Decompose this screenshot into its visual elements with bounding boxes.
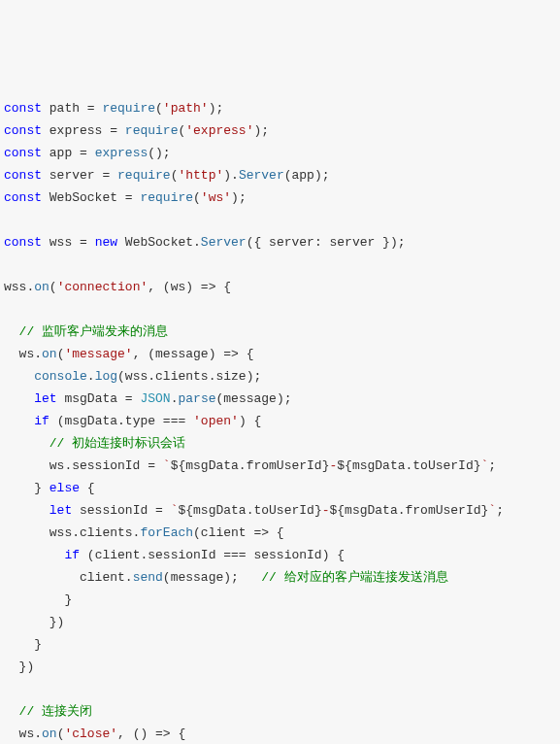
code-token: 'open'	[193, 414, 239, 428]
code-line: console.log(wss.clients.size);	[4, 365, 556, 388]
code-token: JSON	[140, 391, 170, 406]
code-snippet: const path = require('path');const expre…	[4, 97, 556, 744]
code-token: , () => {	[117, 727, 185, 741]
code-token: if	[64, 548, 80, 562]
code-token: forEach	[140, 525, 193, 540]
code-token: (client.sessionId === sessionId) {	[80, 548, 345, 562]
code-token: );	[209, 101, 224, 116]
code-token: ws.	[4, 347, 42, 361]
code-line: let msgData = JSON.parse(message);	[4, 388, 556, 410]
code-token: wss.	[4, 280, 34, 294]
code-line: wss.clients.forEach(client => {	[4, 522, 556, 544]
code-token	[4, 548, 64, 562]
code-token: wss.clients.	[4, 525, 140, 540]
code-token: require	[140, 190, 193, 205]
code-token: log	[95, 369, 117, 384]
code-token	[4, 704, 19, 719]
code-token: let	[34, 391, 56, 406]
code-token: (	[193, 190, 201, 205]
code-token: ${msgData.toUserId}	[178, 503, 321, 518]
code-token: path =	[42, 101, 102, 116]
code-token	[4, 324, 19, 339]
code-token: console	[34, 369, 87, 384]
code-line: // 监听客户端发来的消息	[4, 321, 556, 343]
code-line	[4, 298, 556, 321]
code-token: sessionId =	[72, 503, 170, 518]
code-token: ) {	[239, 414, 261, 428]
code-line	[4, 678, 556, 700]
code-token: 'close'	[64, 727, 117, 741]
code-token: new	[95, 235, 117, 250]
code-token: `	[163, 458, 171, 473]
code-token: })	[4, 615, 64, 629]
code-token: }	[4, 481, 49, 495]
code-line: if (msgData.type === 'open') {	[4, 410, 556, 432]
code-token: 'http'	[178, 168, 223, 183]
code-token: msgData =	[57, 391, 141, 406]
code-token: server =	[42, 168, 117, 183]
code-line: const path = require('path');	[4, 97, 556, 119]
code-token	[4, 391, 34, 406]
code-token: ${msgData.fromUserId}	[330, 503, 489, 518]
code-token: 'connection'	[57, 280, 148, 294]
code-token: ;	[488, 458, 496, 473]
code-token: 'path'	[163, 101, 209, 116]
code-token	[4, 503, 49, 518]
code-token: 'express'	[185, 123, 253, 138]
code-token	[4, 436, 49, 451]
code-token: if	[34, 414, 49, 428]
code-token: const	[4, 168, 42, 183]
code-token: // 连接关闭	[19, 704, 92, 719]
code-token: , (ws) => {	[148, 280, 231, 294]
code-token: parse	[178, 391, 215, 406]
code-token: ).	[223, 168, 239, 183]
code-token: (app);	[284, 168, 330, 183]
code-token: // 监听客户端发来的消息	[19, 324, 168, 339]
code-token: on	[42, 727, 57, 741]
code-line: }	[4, 589, 556, 611]
code-line: const WebSocket = require('ws');	[4, 186, 556, 209]
code-token: on	[34, 280, 49, 294]
code-token: 'ws'	[201, 190, 231, 205]
code-token: const	[4, 101, 42, 116]
code-line: wss.on('connection', (ws) => {	[4, 276, 556, 298]
code-token: ws.sessionId =	[4, 458, 163, 473]
code-token: }	[4, 637, 42, 652]
code-token: ${msgData.fromUserId}	[171, 458, 330, 473]
code-token	[4, 414, 34, 428]
code-token: Server	[239, 168, 284, 183]
code-token: );	[253, 123, 269, 138]
code-line: const wss = new WebSocket.Server({ serve…	[4, 231, 556, 254]
code-token: ({ server: server });	[247, 235, 406, 250]
code-token: const	[4, 235, 42, 250]
code-token: const	[4, 190, 42, 205]
code-token: express	[95, 146, 148, 160]
code-token: const	[4, 123, 42, 138]
code-token: ws.	[4, 727, 42, 741]
code-token: Server	[201, 235, 247, 250]
code-token: // 初始连接时标识会话	[49, 436, 185, 451]
code-token: 'message'	[64, 347, 132, 361]
code-token: (message);	[216, 391, 292, 406]
code-line: // 连接关闭	[4, 700, 556, 723]
code-token: (	[155, 101, 163, 116]
code-token: (client => {	[193, 525, 284, 540]
code-token: , (message) => {	[133, 347, 254, 361]
code-line: const app = express();	[4, 142, 556, 164]
code-token: WebSocket =	[42, 190, 140, 205]
code-token: (	[49, 280, 57, 294]
code-line: } else {	[4, 477, 556, 499]
code-token: ${msgData.toUserId}	[337, 458, 480, 473]
code-token: on	[42, 347, 57, 361]
code-token: // 给对应的客户端连接发送消息	[261, 570, 447, 585]
code-token: WebSocket.	[117, 235, 201, 250]
code-line: ws.sessionId = `${msgData.fromUserId}-${…	[4, 455, 556, 477]
code-token: `	[488, 503, 496, 518]
code-token: client.	[4, 570, 133, 585]
code-token: let	[49, 503, 72, 518]
code-token: express =	[42, 123, 125, 138]
code-token: .	[87, 369, 95, 384]
code-line: if (client.sessionId === sessionId) {	[4, 544, 556, 566]
code-line: const express = require('express');	[4, 119, 556, 142]
code-line: client.send(message); // 给对应的客户端连接发送消息	[4, 566, 556, 589]
